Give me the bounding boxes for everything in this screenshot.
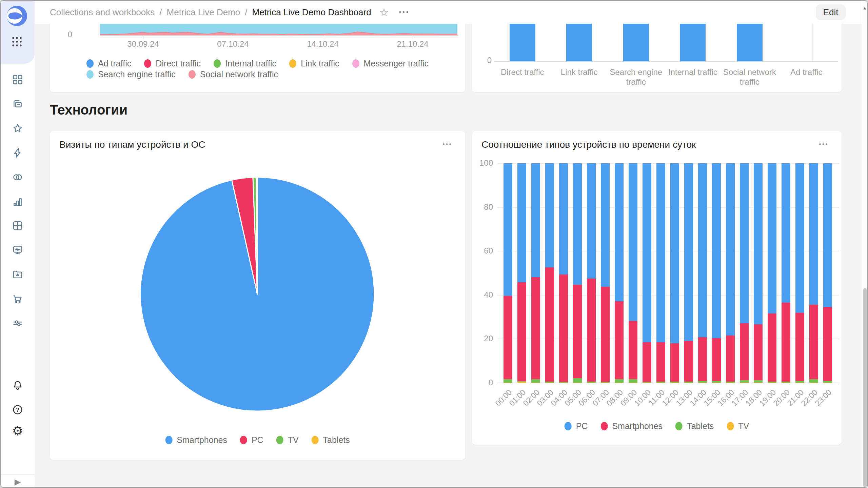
segment-pc [573, 163, 582, 285]
stacked-bar-04:00[interactable] [559, 163, 568, 383]
services-sliders-icon[interactable] [12, 318, 23, 329]
segment-tv [795, 383, 804, 383]
bar-link-traffic[interactable] [566, 24, 592, 61]
settings-gear-icon[interactable]: ⚙ [12, 425, 23, 437]
editor-lightning-icon[interactable] [12, 147, 23, 159]
stacked-bar-13:00[interactable] [684, 163, 693, 383]
notifications-bell-icon[interactable] [12, 380, 23, 391]
stacked-bar-06:00[interactable] [587, 163, 596, 383]
legend-item-search-engine-traffic[interactable]: Search engine traffic [86, 69, 176, 79]
legend-item-social-network-traffic[interactable]: Social network traffic [189, 69, 278, 79]
favorite-star-icon[interactable]: ☆ [379, 6, 389, 19]
segment-pc [823, 163, 832, 307]
datalens-logo-icon[interactable] [7, 6, 27, 26]
segment-tv [740, 383, 749, 383]
page-menu-ellipsis-icon[interactable]: ••• [399, 8, 410, 16]
legend-item-pc[interactable]: PC [565, 421, 588, 431]
legend-marker [276, 436, 283, 444]
stacked-bar-17:00[interactable] [740, 163, 749, 383]
device-share-stacked-chart-card: Соотношение типов устройств по времени с… [472, 131, 842, 445]
apps-grid-icon[interactable] [11, 36, 23, 47]
segment-tv [712, 383, 721, 383]
legend-item-messenger-traffic[interactable]: Messenger traffic [352, 59, 429, 68]
legend-item-smartphones[interactable]: Smartphones [600, 421, 663, 431]
stacked-bar-12:00[interactable] [670, 163, 679, 383]
stacked-bar-05:00[interactable] [573, 163, 582, 383]
legend-item-pc[interactable]: PC [240, 435, 263, 445]
stacked-bar-02:00[interactable] [531, 163, 540, 383]
stacked-bar-10:00[interactable] [643, 163, 651, 383]
dashboards-monitor-icon[interactable] [12, 244, 23, 256]
stacked-bar-16:00[interactable] [726, 163, 735, 383]
stacked-bar-14:00[interactable] [698, 163, 707, 383]
y-tick-label: 0 [50, 30, 72, 39]
segment-tv [559, 383, 568, 383]
legend-item-smartphones[interactable]: Smartphones [165, 435, 227, 445]
legend-item-tv[interactable]: TV [276, 435, 299, 445]
storage-folder-icon[interactable] [12, 269, 23, 280]
legend-marker [727, 422, 734, 430]
favorites-star-icon[interactable] [12, 123, 23, 134]
segment-pc [629, 163, 637, 321]
segment-smartphones [601, 287, 610, 382]
stacked-bar-08:00[interactable] [615, 163, 624, 383]
collections-icon[interactable] [12, 98, 23, 110]
legend-item-tablets[interactable]: Tablets [312, 435, 350, 445]
legend-item-tv[interactable]: TV [727, 421, 749, 431]
stacked-bar-15:00[interactable] [712, 163, 721, 383]
bar-social-network-traffic[interactable] [737, 24, 763, 61]
legend-marker [86, 70, 94, 79]
bar-search-engine-traffic[interactable] [623, 24, 649, 61]
segment-pc [726, 163, 735, 336]
legend-item-ad-traffic[interactable]: Ad traffic [86, 59, 131, 68]
chart-menu-ellipsis-icon[interactable]: ••• [442, 141, 452, 148]
expand-sidebar-button[interactable]: ▶ [15, 477, 21, 487]
stacked-bar-20:00[interactable] [782, 163, 790, 383]
stacked-bar-21:00[interactable] [795, 163, 804, 383]
scrollbar-thumb[interactable] [863, 288, 867, 487]
segment-tablets [504, 379, 512, 383]
vertical-scrollbar[interactable]: ▲ [862, 1, 867, 488]
segment-smartphones [684, 341, 693, 382]
legend-item-link-traffic[interactable]: Link traffic [289, 59, 339, 68]
edit-button[interactable]: Edit [816, 4, 846, 20]
legend-label: Tablets [687, 421, 714, 431]
stacked-bar-18:00[interactable] [754, 163, 763, 383]
chart-menu-ellipsis-icon[interactable]: ••• [819, 141, 829, 148]
connections-icon[interactable] [12, 171, 23, 183]
stacked-bar-01:00[interactable] [517, 163, 526, 383]
x-tick-label: 07.10.24 [209, 39, 257, 49]
legend-item-internal-traffic[interactable]: Internal traffic [214, 59, 276, 68]
breadcrumb-collections[interactable]: Collections and workbooks [50, 7, 155, 18]
legend-item-direct-traffic[interactable]: Direct traffic [144, 59, 201, 68]
workbooks-grid-icon[interactable] [12, 74, 23, 85]
segment-tv [615, 383, 624, 383]
breadcrumb-separator: / [159, 7, 162, 18]
segment-smartphones [573, 285, 582, 378]
scroll-up-arrow-icon[interactable]: ▲ [862, 5, 867, 11]
y-tick-label: 0 [472, 378, 493, 387]
top-header: Collections and workbooks / Metrica Live… [35, 1, 863, 24]
area-chart-plot[interactable] [100, 24, 457, 36]
charts-icon[interactable] [12, 196, 23, 208]
bar-internal-traffic[interactable] [680, 24, 706, 61]
stacked-bar-19:00[interactable] [768, 163, 776, 383]
marketplace-cart-icon[interactable] [12, 293, 23, 305]
stacked-bar-09:00[interactable] [629, 163, 637, 383]
help-icon[interactable]: ? [12, 404, 23, 415]
legend-row: PCSmartphonesTabletsTV [565, 421, 749, 431]
stacked-bar-00:00[interactable] [504, 163, 512, 383]
stacked-bar-23:00[interactable] [823, 163, 832, 383]
stacked-bar-22:00[interactable] [809, 163, 818, 383]
stacked-bar-07:00[interactable] [601, 163, 610, 383]
segment-tv [782, 383, 790, 383]
breadcrumb-workbook[interactable]: Metrica Live Demo [167, 7, 240, 18]
x-axis-line [100, 35, 458, 36]
legend-label: Link traffic [301, 59, 339, 68]
stacked-bar-03:00[interactable] [545, 163, 554, 383]
legend-item-tablets[interactable]: Tablets [675, 421, 714, 431]
bar-direct-traffic[interactable] [510, 24, 535, 61]
segment-smartphones [726, 336, 735, 382]
datasets-table-icon[interactable] [12, 220, 23, 231]
stacked-bar-11:00[interactable] [656, 163, 665, 383]
